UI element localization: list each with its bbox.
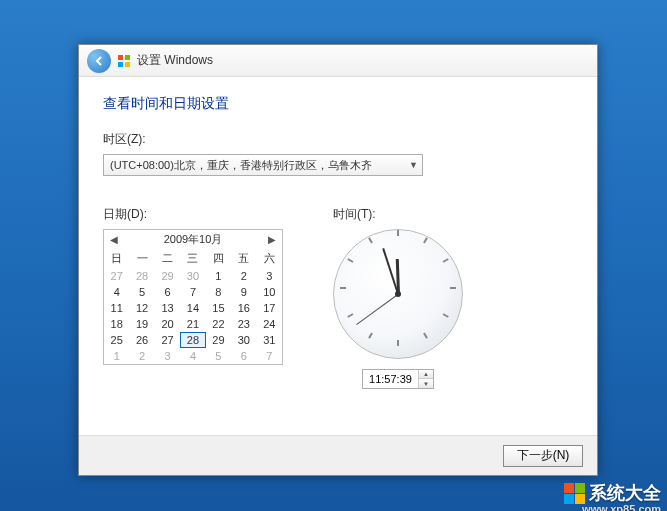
time-value: 11:57:39 <box>363 373 418 385</box>
svg-rect-2 <box>118 62 123 67</box>
analog-clock <box>333 229 463 359</box>
calendar-day[interactable]: 3 <box>257 268 282 284</box>
calendar-day[interactable]: 15 <box>206 300 231 316</box>
content-area: 查看时间和日期设置 时区(Z): (UTC+08:00)北京，重庆，香港特别行政… <box>79 77 597 435</box>
calendar-prev-button[interactable]: ◀ <box>110 234 118 245</box>
calendar-dow: 一 <box>129 249 154 268</box>
calendar-dow: 二 <box>155 249 180 268</box>
calendar-day[interactable]: 19 <box>129 316 154 332</box>
windows-flag-icon <box>117 54 131 68</box>
calendar-day[interactable]: 6 <box>155 284 180 300</box>
calendar-day[interactable]: 22 <box>206 316 231 332</box>
calendar-day[interactable]: 4 <box>104 284 129 300</box>
calendar-day[interactable]: 1 <box>206 268 231 284</box>
calendar-day[interactable]: 17 <box>257 300 282 316</box>
calendar-day[interactable]: 7 <box>257 348 282 364</box>
calendar-day[interactable]: 21 <box>180 316 205 332</box>
calendar-day[interactable]: 31 <box>257 332 282 348</box>
calendar-day[interactable]: 2 <box>231 268 256 284</box>
arrow-left-icon <box>93 55 105 67</box>
calendar-day[interactable]: 6 <box>231 348 256 364</box>
timezone-value: (UTC+08:00)北京，重庆，香港特别行政区，乌鲁木齐 <box>110 158 372 173</box>
calendar-day[interactable]: 20 <box>155 316 180 332</box>
calendar-next-button[interactable]: ▶ <box>268 234 276 245</box>
calendar-day[interactable]: 5 <box>129 284 154 300</box>
calendar-day[interactable]: 5 <box>206 348 231 364</box>
date-label: 日期(D): <box>103 206 283 223</box>
calendar-day[interactable]: 12 <box>129 300 154 316</box>
calendar-day[interactable]: 26 <box>129 332 154 348</box>
calendar-day[interactable]: 11 <box>104 300 129 316</box>
calendar-dow: 日 <box>104 249 129 268</box>
footer: 下一步(N) <box>79 435 597 475</box>
calendar-dow: 六 <box>257 249 282 268</box>
back-button[interactable] <box>87 49 111 73</box>
setup-window: 设置 Windows 查看时间和日期设置 时区(Z): (UTC+08:00)北… <box>78 44 598 476</box>
svg-rect-0 <box>118 55 123 60</box>
calendar: ◀ 2009年10月 ▶ 日一二三四五六27282930123456789101… <box>103 229 283 365</box>
chevron-down-icon: ▼ <box>409 160 418 170</box>
windows-tiles-icon <box>564 483 585 504</box>
calendar-day[interactable]: 27 <box>155 332 180 348</box>
watermark-text: 系统大全 <box>589 481 661 505</box>
watermark: 系统大全 www.xp85.com <box>564 481 661 505</box>
calendar-day[interactable]: 9 <box>231 284 256 300</box>
calendar-day[interactable]: 2 <box>129 348 154 364</box>
time-down-button[interactable]: ▼ <box>419 379 433 388</box>
next-button[interactable]: 下一步(N) <box>503 445 583 467</box>
titlebar: 设置 Windows <box>79 45 597 77</box>
page-heading: 查看时间和日期设置 <box>103 95 573 113</box>
calendar-day[interactable]: 13 <box>155 300 180 316</box>
time-label: 时间(T): <box>333 206 463 223</box>
calendar-title: 2009年10月 <box>164 232 223 247</box>
calendar-day[interactable]: 4 <box>180 348 205 364</box>
time-up-button[interactable]: ▲ <box>419 370 433 379</box>
calendar-day[interactable]: 30 <box>180 268 205 284</box>
calendar-day[interactable]: 27 <box>104 268 129 284</box>
calendar-day[interactable]: 23 <box>231 316 256 332</box>
calendar-day[interactable]: 14 <box>180 300 205 316</box>
window-title: 设置 Windows <box>137 52 213 69</box>
calendar-day[interactable]: 18 <box>104 316 129 332</box>
calendar-dow: 五 <box>231 249 256 268</box>
calendar-day[interactable]: 24 <box>257 316 282 332</box>
calendar-day[interactable]: 29 <box>155 268 180 284</box>
calendar-dow: 三 <box>180 249 205 268</box>
calendar-day[interactable]: 1 <box>104 348 129 364</box>
calendar-day[interactable]: 30 <box>231 332 256 348</box>
timezone-dropdown[interactable]: (UTC+08:00)北京，重庆，香港特别行政区，乌鲁木齐 ▼ <box>103 154 423 176</box>
watermark-url: www.xp85.com <box>582 503 661 511</box>
calendar-day[interactable]: 29 <box>206 332 231 348</box>
timezone-label: 时区(Z): <box>103 131 573 148</box>
calendar-day[interactable]: 16 <box>231 300 256 316</box>
calendar-day[interactable]: 7 <box>180 284 205 300</box>
calendar-day[interactable]: 28 <box>129 268 154 284</box>
calendar-day[interactable]: 10 <box>257 284 282 300</box>
calendar-day[interactable]: 8 <box>206 284 231 300</box>
calendar-day[interactable]: 25 <box>104 332 129 348</box>
calendar-day[interactable]: 28 <box>180 332 205 348</box>
svg-rect-3 <box>125 62 130 67</box>
time-input[interactable]: 11:57:39 ▲ ▼ <box>362 369 434 389</box>
svg-rect-1 <box>125 55 130 60</box>
calendar-day[interactable]: 3 <box>155 348 180 364</box>
calendar-dow: 四 <box>206 249 231 268</box>
